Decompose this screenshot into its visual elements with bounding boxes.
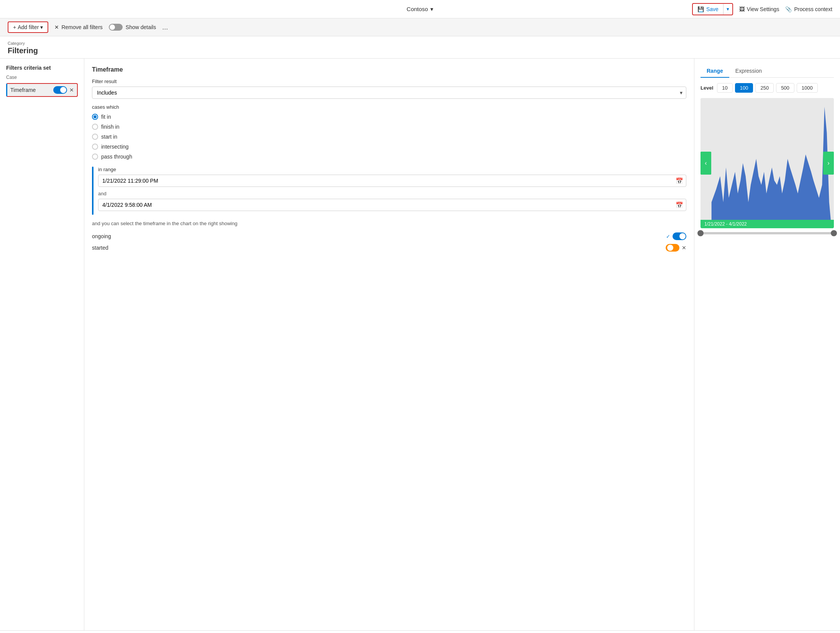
radio-circle-fit-in bbox=[92, 114, 98, 120]
level-selector: Level 10 100 250 500 1000 bbox=[701, 83, 834, 93]
ongoing-toggle[interactable] bbox=[673, 232, 686, 240]
chart-nav-right-button[interactable]: › bbox=[823, 152, 834, 175]
toggle-knob bbox=[110, 25, 115, 30]
plus-icon: + bbox=[13, 24, 16, 30]
category-label: Category bbox=[8, 41, 832, 46]
calendar-to-icon[interactable]: 📅 bbox=[676, 201, 683, 209]
filter-close-button[interactable]: ✕ bbox=[69, 87, 74, 93]
show-details-toggle[interactable] bbox=[109, 24, 123, 31]
level-btn-1000[interactable]: 1000 bbox=[797, 83, 818, 93]
date-to-wrap: 📅 bbox=[98, 199, 686, 211]
filter-result-select[interactable]: Includes Excludes bbox=[92, 87, 686, 99]
radio-intersecting[interactable]: intersecting bbox=[92, 144, 686, 150]
filter-result-select-wrapper: Includes Excludes ▾ bbox=[92, 87, 686, 99]
company-selector[interactable]: Contoso ▾ bbox=[407, 6, 433, 13]
radio-pass-through[interactable]: pass through bbox=[92, 154, 686, 160]
chevron-down-icon: ▾ bbox=[430, 6, 433, 13]
level-btn-500[interactable]: 500 bbox=[776, 83, 794, 93]
in-range-label: in range bbox=[98, 167, 686, 172]
and-label: and bbox=[98, 191, 686, 196]
process-icon: 📎 bbox=[785, 6, 792, 12]
save-icon: 💾 bbox=[697, 6, 704, 12]
timeframe-filter-item[interactable]: Timeframe ✕ bbox=[6, 83, 78, 97]
left-panel: Filters criteria set Case Timeframe ✕ bbox=[0, 59, 84, 630]
filter-item-controls: ✕ bbox=[53, 86, 74, 94]
started-remove-button[interactable]: ✕ bbox=[682, 245, 686, 251]
filter-item-label: Timeframe bbox=[10, 87, 36, 93]
radio-finish-in[interactable]: finish in bbox=[92, 124, 686, 130]
ongoing-label: ongoing bbox=[92, 233, 111, 239]
level-label: Level bbox=[701, 85, 713, 91]
calendar-from-icon[interactable]: 📅 bbox=[676, 177, 683, 185]
filter-enable-toggle[interactable] bbox=[53, 86, 67, 94]
filters-criteria-title: Filters criteria set bbox=[6, 65, 78, 71]
radio-circle-finish-in bbox=[92, 124, 98, 130]
ongoing-toggle-row: ongoing ✓ bbox=[92, 232, 686, 240]
date-to-input[interactable] bbox=[98, 199, 686, 211]
date-from-input[interactable] bbox=[98, 175, 686, 187]
started-toggle-row: started ✕ bbox=[92, 244, 686, 252]
chart-nav-left-button[interactable]: ‹ bbox=[701, 152, 711, 175]
timeframe-section-title: Timeframe bbox=[92, 66, 686, 73]
save-button[interactable]: 💾 Save bbox=[693, 4, 723, 14]
radio-circle-start-in bbox=[92, 134, 98, 140]
show-details-wrap: Show details bbox=[109, 24, 156, 31]
started-label: started bbox=[92, 245, 108, 251]
range-fill bbox=[706, 232, 829, 234]
chart-svg bbox=[701, 98, 834, 228]
radio-start-in[interactable]: start in bbox=[92, 134, 686, 140]
middle-panel: Timeframe Filter result Includes Exclude… bbox=[84, 59, 694, 630]
chevron-down-icon: ▾ bbox=[40, 24, 43, 30]
save-button-group: 💾 Save ▾ bbox=[692, 3, 733, 15]
in-range-section: in range 📅 and 📅 bbox=[92, 167, 686, 215]
company-name: Contoso bbox=[407, 6, 428, 12]
x-icon: ✕ bbox=[54, 24, 59, 30]
range-track bbox=[701, 232, 834, 234]
range-thumb-left[interactable] bbox=[697, 230, 704, 236]
process-context-button[interactable]: 📎 Process context bbox=[785, 6, 832, 12]
radio-fit-in[interactable]: fit in bbox=[92, 114, 686, 120]
tab-range[interactable]: Range bbox=[701, 65, 729, 78]
category-section: Category Filtering bbox=[0, 36, 840, 59]
blue-bar-divider bbox=[92, 167, 94, 215]
started-toggle-knob bbox=[667, 245, 673, 251]
main-content: Filters criteria set Case Timeframe ✕ Ti… bbox=[0, 59, 840, 630]
chart-date-label: 1/21/2022 - 4/1/2022 bbox=[701, 220, 834, 228]
save-dropdown-button[interactable]: ▾ bbox=[724, 4, 732, 14]
cases-which-radio-group: fit in finish in start in intersecting p… bbox=[92, 114, 686, 160]
view-settings-button[interactable]: 🖼 View Settings bbox=[739, 6, 779, 12]
monitor-icon: 🖼 bbox=[739, 6, 745, 12]
ongoing-toggle-knob bbox=[679, 233, 686, 239]
top-nav: Contoso ▾ 💾 Save ▾ 🖼 View Settings 📎 Pro… bbox=[0, 0, 840, 18]
right-panel: Range Expression Level 10 100 250 500 10… bbox=[694, 59, 840, 630]
started-toggle[interactable] bbox=[666, 244, 679, 252]
chart-container: ‹ 1/21/2022 - 4/1/2022 › bbox=[701, 98, 834, 228]
cases-which-label: cases which bbox=[92, 104, 686, 110]
tabs: Range Expression bbox=[701, 65, 834, 78]
date-from-wrap: 📅 bbox=[98, 175, 686, 187]
case-subtitle: Case bbox=[6, 75, 78, 80]
tab-expression[interactable]: Expression bbox=[729, 65, 768, 78]
top-nav-actions: 💾 Save ▾ 🖼 View Settings 📎 Process conte… bbox=[692, 3, 832, 15]
filter-toolbar: + Add filter ▾ ✕ Remove all filters Show… bbox=[0, 18, 840, 36]
ongoing-check-icon: ✓ bbox=[666, 234, 670, 239]
level-btn-250[interactable]: 250 bbox=[755, 83, 774, 93]
footer: Apply Discard bbox=[0, 630, 840, 633]
more-options-button[interactable]: ... bbox=[162, 23, 168, 31]
range-slider-wrap[interactable] bbox=[701, 232, 834, 234]
remove-all-filters-button[interactable]: ✕ Remove all filters bbox=[54, 24, 102, 30]
radio-circle-pass-through bbox=[92, 154, 98, 160]
range-thumb-right[interactable] bbox=[831, 230, 837, 236]
toggle-knob bbox=[60, 87, 66, 93]
level-btn-10[interactable]: 10 bbox=[717, 83, 732, 93]
radio-circle-intersecting bbox=[92, 144, 98, 150]
category-title: Filtering bbox=[8, 46, 832, 55]
filter-result-label: Filter result bbox=[92, 79, 686, 84]
in-range-content: in range 📅 and 📅 bbox=[98, 167, 686, 215]
level-btn-100[interactable]: 100 bbox=[735, 83, 753, 93]
description-text: and you can select the timeframe in the … bbox=[92, 220, 686, 227]
add-filter-button[interactable]: + Add filter ▾ bbox=[8, 21, 48, 33]
